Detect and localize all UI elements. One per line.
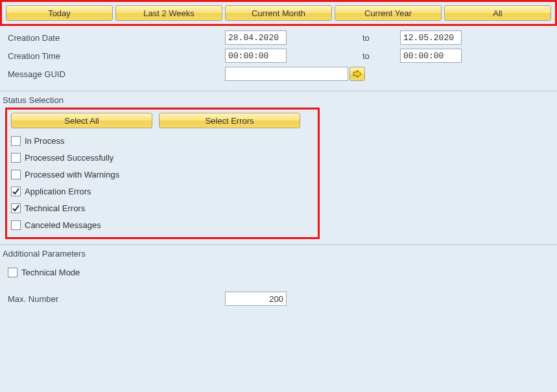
additional-parameters: Technical Mode Max. Number bbox=[0, 261, 557, 316]
status-in-process-checkbox[interactable] bbox=[11, 136, 21, 146]
message-guid-row: Message GUID bbox=[8, 65, 549, 83]
status-processed-successfully-checkbox[interactable] bbox=[11, 153, 21, 163]
current-month-button[interactable]: Current Month bbox=[225, 5, 332, 21]
max-number-label: Max. Number bbox=[8, 294, 225, 304]
status-technical-errors-checkbox[interactable] bbox=[11, 203, 21, 213]
creation-date-label: Creation Date bbox=[8, 33, 225, 43]
status-selection-toolbar: Select All Select Errors bbox=[11, 111, 314, 132]
creation-date-row: Creation Date to bbox=[8, 29, 549, 47]
status-processed-warnings-row: Processed with Warnings bbox=[11, 166, 314, 183]
message-guid-input[interactable] bbox=[225, 67, 348, 81]
max-number-row: Max. Number bbox=[8, 290, 549, 308]
status-canceled-messages-label: Canceled Messages bbox=[25, 220, 101, 230]
arrow-right-icon bbox=[353, 70, 362, 78]
creation-time-row: Creation Time to bbox=[8, 47, 549, 65]
all-button[interactable]: All bbox=[444, 5, 551, 21]
check-icon bbox=[12, 205, 19, 212]
status-technical-errors-row: Technical Errors bbox=[11, 200, 314, 216]
creation-time-to-input[interactable] bbox=[400, 49, 462, 63]
technical-mode-label: Technical Mode bbox=[21, 268, 80, 277]
status-in-process-row: In Process bbox=[11, 132, 314, 149]
last-2-weeks-button[interactable]: Last 2 Weeks bbox=[115, 5, 222, 21]
status-processed-warnings-label: Processed with Warnings bbox=[25, 170, 119, 179]
status-canceled-messages-row: Canceled Messages bbox=[11, 216, 314, 233]
creation-time-from-input[interactable] bbox=[225, 49, 287, 63]
status-application-errors-row: Application Errors bbox=[11, 183, 314, 200]
max-number-input[interactable] bbox=[225, 292, 287, 306]
status-in-process-label: In Process bbox=[25, 136, 64, 146]
svg-marker-0 bbox=[353, 70, 361, 78]
current-year-button[interactable]: Current Year bbox=[335, 5, 442, 21]
status-canceled-messages-checkbox[interactable] bbox=[11, 220, 21, 230]
status-application-errors-checkbox[interactable] bbox=[11, 187, 21, 196]
check-icon bbox=[12, 188, 19, 195]
status-processed-warnings-checkbox[interactable] bbox=[11, 170, 21, 179]
message-guid-label: Message GUID bbox=[8, 69, 225, 79]
date-range-toolbar-highlight: Today Last 2 Weeks Current Month Current… bbox=[0, 0, 557, 26]
status-selection-highlight: Select All Select Errors In Process Proc… bbox=[5, 108, 320, 239]
creation-time-to-label: to bbox=[362, 51, 400, 61]
technical-mode-row: Technical Mode bbox=[8, 264, 549, 281]
creation-date-from-input[interactable] bbox=[225, 30, 287, 45]
technical-mode-checkbox[interactable] bbox=[8, 268, 18, 277]
message-guid-multi-select-button[interactable] bbox=[350, 67, 365, 81]
creation-date-to-input[interactable] bbox=[400, 30, 462, 45]
status-technical-errors-label: Technical Errors bbox=[25, 203, 85, 213]
today-button[interactable]: Today bbox=[6, 5, 113, 21]
status-processed-successfully-row: Processed Successfully bbox=[11, 149, 314, 166]
selection-criteria: Creation Date to Creation Time to Messag… bbox=[0, 26, 557, 89]
status-processed-successfully-label: Processed Successfully bbox=[25, 153, 113, 163]
date-range-toolbar: Today Last 2 Weeks Current Month Current… bbox=[3, 3, 554, 23]
creation-date-to-label: to bbox=[362, 33, 400, 43]
status-application-errors-label: Application Errors bbox=[25, 187, 91, 196]
creation-time-label: Creation Time bbox=[8, 51, 225, 61]
select-errors-button[interactable]: Select Errors bbox=[159, 113, 300, 128]
status-selection-header: Status Selection bbox=[0, 91, 557, 108]
select-all-button[interactable]: Select All bbox=[11, 113, 152, 128]
additional-parameters-header: Additional Parameters bbox=[0, 245, 557, 261]
